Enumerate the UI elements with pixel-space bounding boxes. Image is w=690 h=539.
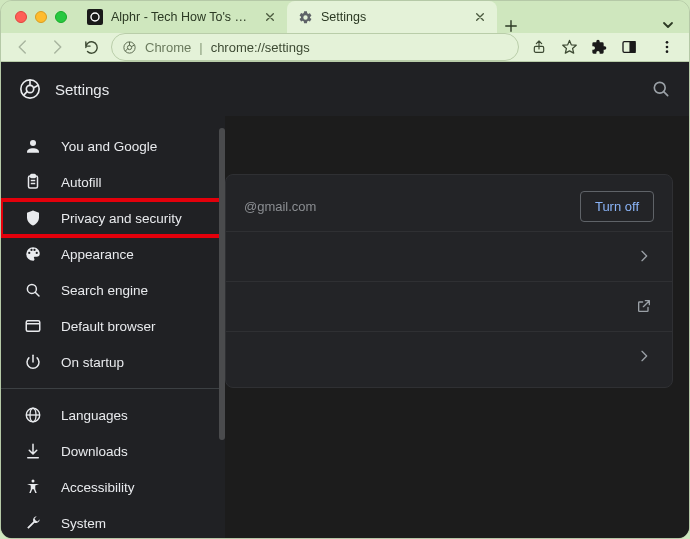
tab-strip: Alphr - Tech How To's & Guides Settings — [77, 1, 689, 33]
close-window-button[interactable] — [15, 11, 27, 23]
window-titlebar: Alphr - Tech How To's & Guides Settings — [1, 1, 689, 33]
sidebar-item-system[interactable]: System — [1, 505, 225, 539]
new-tab-button[interactable] — [497, 19, 525, 33]
shield-icon — [23, 208, 43, 228]
power-icon — [23, 352, 43, 372]
sidebar-item-label: Languages — [61, 408, 128, 423]
search-settings-button[interactable] — [651, 79, 671, 99]
tab-label: Settings — [321, 10, 465, 24]
url-scheme: Chrome — [145, 40, 191, 55]
person-icon — [23, 136, 43, 156]
sync-row: @gmail.com Turn off — [226, 181, 672, 231]
sidebar-item-label: On startup — [61, 355, 124, 370]
settings-row[interactable] — [226, 281, 672, 331]
settings-sidebar: You and Google Autofill Privacy and secu… — [1, 62, 225, 539]
sidebar-item-label: System — [61, 516, 106, 531]
svg-line-14 — [664, 92, 668, 96]
maximize-window-button[interactable] — [55, 11, 67, 23]
side-panel-button[interactable] — [615, 33, 643, 61]
sidebar-item-label: Appearance — [61, 247, 134, 262]
sidebar-item-on-startup[interactable]: On startup — [1, 344, 225, 380]
globe-icon — [23, 405, 43, 425]
minimize-window-button[interactable] — [35, 11, 47, 23]
address-bar[interactable]: Chrome | chrome://settings — [111, 33, 519, 61]
settings-main: @gmail.com Turn off — [225, 62, 689, 539]
sidebar-item-label: You and Google — [61, 139, 157, 154]
svg-line-21 — [35, 292, 39, 296]
sidebar-item-you-and-google[interactable]: You and Google — [1, 128, 225, 164]
sidebar-separator — [1, 388, 225, 389]
sidebar-item-label: Privacy and security — [61, 211, 182, 226]
search-icon — [23, 280, 43, 300]
svg-point-28 — [32, 480, 35, 483]
back-button[interactable] — [9, 33, 37, 61]
share-button[interactable] — [525, 33, 553, 61]
svg-point-10 — [666, 50, 669, 53]
tab-settings[interactable]: Settings — [287, 1, 497, 33]
url-text: chrome://settings — [211, 40, 310, 55]
settings-header: Settings — [1, 62, 689, 116]
sidebar-item-label: Search engine — [61, 283, 148, 298]
svg-point-15 — [30, 140, 36, 146]
settings-card: @gmail.com Turn off — [225, 174, 673, 388]
settings-row[interactable] — [226, 231, 672, 281]
sidebar-item-languages[interactable]: Languages — [1, 397, 225, 433]
close-tab-icon[interactable] — [473, 10, 487, 24]
download-icon — [23, 441, 43, 461]
forward-button[interactable] — [43, 33, 71, 61]
sidebar-item-downloads[interactable]: Downloads — [1, 433, 225, 469]
chevron-right-icon — [636, 348, 654, 366]
reload-button[interactable] — [77, 33, 105, 61]
sidebar-item-label: Autofill — [61, 175, 102, 190]
tab-alphr[interactable]: Alphr - Tech How To's & Guides — [77, 1, 287, 33]
url-separator: | — [199, 40, 202, 55]
sidebar-item-label: Downloads — [61, 444, 128, 459]
svg-rect-0 — [87, 9, 103, 25]
sidebar-item-appearance[interactable]: Appearance — [1, 236, 225, 272]
svg-point-3 — [127, 45, 131, 49]
alphr-favicon-icon — [87, 9, 103, 25]
sidebar-item-default-browser[interactable]: Default browser — [1, 308, 225, 344]
close-tab-icon[interactable] — [263, 10, 277, 24]
chrome-logo-icon — [19, 78, 41, 100]
palette-icon — [23, 244, 43, 264]
sync-email: @gmail.com — [244, 199, 316, 214]
svg-rect-17 — [31, 175, 36, 178]
sidebar-item-label: Default browser — [61, 319, 156, 334]
turn-off-button[interactable]: Turn off — [580, 191, 654, 222]
page-content: Settings You and Google Autofill Privacy… — [1, 62, 689, 539]
accessibility-icon — [23, 477, 43, 497]
sidebar-item-privacy-and-security[interactable]: Privacy and security — [1, 200, 225, 236]
tab-label: Alphr - Tech How To's & Guides — [111, 10, 255, 24]
browser-toolbar: Chrome | chrome://settings — [1, 33, 689, 62]
browser-window-icon — [23, 316, 43, 336]
traffic-lights — [11, 1, 77, 33]
svg-point-9 — [666, 46, 669, 49]
clipboard-icon — [23, 172, 43, 192]
open-external-icon — [636, 298, 654, 316]
sidebar-item-autofill[interactable]: Autofill — [1, 164, 225, 200]
svg-point-8 — [666, 41, 669, 44]
chevron-right-icon — [636, 248, 654, 266]
svg-rect-7 — [630, 42, 635, 53]
browser-menu-button[interactable] — [653, 33, 681, 61]
sidebar-item-search-engine[interactable]: Search engine — [1, 272, 225, 308]
settings-row[interactable] — [226, 331, 672, 381]
sidebar-item-accessibility[interactable]: Accessibility — [1, 469, 225, 505]
page-title: Settings — [55, 81, 109, 98]
chrome-icon — [122, 40, 137, 55]
tab-overflow-button[interactable] — [657, 17, 689, 33]
bookmark-button[interactable] — [555, 33, 583, 61]
extensions-button[interactable] — [585, 33, 613, 61]
sidebar-item-label: Accessibility — [61, 480, 135, 495]
wrench-icon — [23, 513, 43, 533]
gear-icon — [297, 9, 313, 25]
svg-rect-22 — [26, 321, 40, 332]
